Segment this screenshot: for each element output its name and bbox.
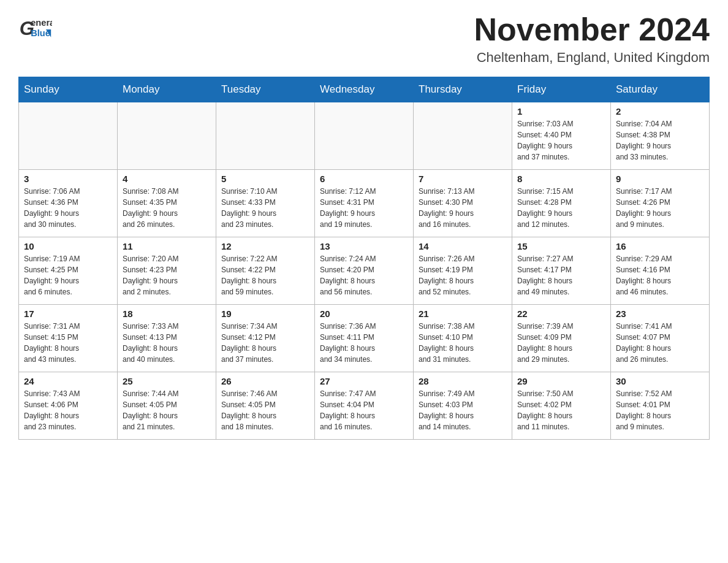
calendar-week-1: 1Sunrise: 7:03 AM Sunset: 4:40 PM Daylig… [19, 102, 710, 170]
calendar-cell: 17Sunrise: 7:31 AM Sunset: 4:15 PM Dayli… [19, 305, 118, 372]
day-info: Sunrise: 7:06 AM Sunset: 4:36 PM Dayligh… [24, 186, 112, 230]
calendar-week-5: 24Sunrise: 7:43 AM Sunset: 4:06 PM Dayli… [19, 372, 710, 440]
day-number: 20 [320, 308, 408, 319]
day-number: 10 [24, 241, 112, 251]
day-info: Sunrise: 7:10 AM Sunset: 4:33 PM Dayligh… [221, 186, 309, 230]
calendar-cell: 13Sunrise: 7:24 AM Sunset: 4:20 PM Dayli… [315, 237, 414, 305]
logo-svg: G eneral Blue [18, 12, 52, 46]
day-number: 4 [123, 174, 211, 184]
day-number: 2 [616, 106, 704, 117]
day-number: 8 [517, 174, 605, 184]
calendar-cell: 4Sunrise: 7:08 AM Sunset: 4:35 PM Daylig… [118, 170, 216, 237]
day-number: 28 [419, 376, 507, 386]
day-number: 29 [517, 376, 605, 386]
header-tuesday: Tuesday [216, 77, 315, 102]
day-info: Sunrise: 7:50 AM Sunset: 4:02 PM Dayligh… [517, 388, 605, 432]
header-saturday: Saturday [611, 77, 710, 102]
header-monday: Monday [118, 77, 216, 102]
calendar-header-row: SundayMondayTuesdayWednesdayThursdayFrid… [19, 77, 710, 102]
calendar-cell: 22Sunrise: 7:39 AM Sunset: 4:09 PM Dayli… [512, 305, 611, 372]
day-info: Sunrise: 7:41 AM Sunset: 4:07 PM Dayligh… [616, 321, 704, 365]
day-info: Sunrise: 7:26 AM Sunset: 4:19 PM Dayligh… [419, 253, 507, 297]
day-info: Sunrise: 7:27 AM Sunset: 4:17 PM Dayligh… [517, 253, 605, 297]
day-info: Sunrise: 7:52 AM Sunset: 4:01 PM Dayligh… [616, 388, 704, 432]
day-number: 17 [24, 308, 112, 319]
day-number: 1 [517, 106, 605, 117]
day-info: Sunrise: 7:44 AM Sunset: 4:05 PM Dayligh… [123, 388, 211, 432]
day-info: Sunrise: 7:31 AM Sunset: 4:15 PM Dayligh… [24, 321, 112, 365]
calendar-cell [315, 102, 414, 170]
calendar-cell: 29Sunrise: 7:50 AM Sunset: 4:02 PM Dayli… [512, 372, 611, 440]
calendar-cell: 20Sunrise: 7:36 AM Sunset: 4:11 PM Dayli… [315, 305, 414, 372]
day-number: 18 [123, 308, 211, 319]
calendar-week-4: 17Sunrise: 7:31 AM Sunset: 4:15 PM Dayli… [19, 305, 710, 372]
header-thursday: Thursday [414, 77, 512, 102]
day-number: 12 [221, 241, 309, 251]
calendar-cell: 25Sunrise: 7:44 AM Sunset: 4:05 PM Dayli… [118, 372, 216, 440]
calendar-week-2: 3Sunrise: 7:06 AM Sunset: 4:36 PM Daylig… [19, 170, 710, 237]
month-title: November 2024 [474, 12, 710, 47]
calendar-cell: 24Sunrise: 7:43 AM Sunset: 4:06 PM Dayli… [19, 372, 118, 440]
header-sunday: Sunday [19, 77, 118, 102]
day-info: Sunrise: 7:43 AM Sunset: 4:06 PM Dayligh… [24, 388, 112, 432]
calendar-cell: 5Sunrise: 7:10 AM Sunset: 4:33 PM Daylig… [216, 170, 315, 237]
calendar-cell: 6Sunrise: 7:12 AM Sunset: 4:31 PM Daylig… [315, 170, 414, 237]
day-info: Sunrise: 7:47 AM Sunset: 4:04 PM Dayligh… [320, 388, 408, 432]
calendar-cell: 15Sunrise: 7:27 AM Sunset: 4:17 PM Dayli… [512, 237, 611, 305]
calendar-cell: 9Sunrise: 7:17 AM Sunset: 4:26 PM Daylig… [611, 170, 710, 237]
day-number: 7 [419, 174, 507, 184]
calendar-cell: 21Sunrise: 7:38 AM Sunset: 4:10 PM Dayli… [414, 305, 512, 372]
calendar-cell: 18Sunrise: 7:33 AM Sunset: 4:13 PM Dayli… [118, 305, 216, 372]
calendar-cell: 19Sunrise: 7:34 AM Sunset: 4:12 PM Dayli… [216, 305, 315, 372]
location: Cheltenham, England, United Kingdom [474, 50, 710, 66]
day-info: Sunrise: 7:08 AM Sunset: 4:35 PM Dayligh… [123, 186, 211, 230]
day-number: 11 [123, 241, 211, 251]
calendar-cell: 1Sunrise: 7:03 AM Sunset: 4:40 PM Daylig… [512, 102, 611, 170]
day-info: Sunrise: 7:13 AM Sunset: 4:30 PM Dayligh… [419, 186, 507, 230]
day-number: 22 [517, 308, 605, 319]
day-number: 27 [320, 376, 408, 386]
title-area: November 2024 Cheltenham, England, Unite… [474, 12, 710, 66]
day-info: Sunrise: 7:38 AM Sunset: 4:10 PM Dayligh… [419, 321, 507, 365]
calendar-cell [216, 102, 315, 170]
header-friday: Friday [512, 77, 611, 102]
calendar-cell: 28Sunrise: 7:49 AM Sunset: 4:03 PM Dayli… [414, 372, 512, 440]
day-info: Sunrise: 7:03 AM Sunset: 4:40 PM Dayligh… [517, 118, 605, 163]
day-number: 21 [419, 308, 507, 319]
day-info: Sunrise: 7:49 AM Sunset: 4:03 PM Dayligh… [419, 388, 507, 432]
day-info: Sunrise: 7:36 AM Sunset: 4:11 PM Dayligh… [320, 321, 408, 365]
day-number: 30 [616, 376, 704, 386]
calendar-cell: 30Sunrise: 7:52 AM Sunset: 4:01 PM Dayli… [611, 372, 710, 440]
day-info: Sunrise: 7:29 AM Sunset: 4:16 PM Dayligh… [616, 253, 704, 297]
day-info: Sunrise: 7:24 AM Sunset: 4:20 PM Dayligh… [320, 253, 408, 297]
day-info: Sunrise: 7:20 AM Sunset: 4:23 PM Dayligh… [123, 253, 211, 297]
day-number: 5 [221, 174, 309, 184]
calendar-cell: 27Sunrise: 7:47 AM Sunset: 4:04 PM Dayli… [315, 372, 414, 440]
day-number: 6 [320, 174, 408, 184]
calendar-cell: 23Sunrise: 7:41 AM Sunset: 4:07 PM Dayli… [611, 305, 710, 372]
calendar-cell: 2Sunrise: 7:04 AM Sunset: 4:38 PM Daylig… [611, 102, 710, 170]
day-info: Sunrise: 7:12 AM Sunset: 4:31 PM Dayligh… [320, 186, 408, 230]
day-info: Sunrise: 7:04 AM Sunset: 4:38 PM Dayligh… [616, 118, 704, 163]
day-number: 26 [221, 376, 309, 386]
calendar-cell [414, 102, 512, 170]
day-number: 16 [616, 241, 704, 251]
day-number: 14 [419, 241, 507, 251]
calendar-table: SundayMondayTuesdayWednesdayThursdayFrid… [18, 77, 710, 440]
calendar-week-3: 10Sunrise: 7:19 AM Sunset: 4:25 PM Dayli… [19, 237, 710, 305]
day-info: Sunrise: 7:17 AM Sunset: 4:26 PM Dayligh… [616, 186, 704, 230]
day-info: Sunrise: 7:39 AM Sunset: 4:09 PM Dayligh… [517, 321, 605, 365]
day-info: Sunrise: 7:22 AM Sunset: 4:22 PM Dayligh… [221, 253, 309, 297]
day-number: 15 [517, 241, 605, 251]
day-number: 9 [616, 174, 704, 184]
calendar-cell: 3Sunrise: 7:06 AM Sunset: 4:36 PM Daylig… [19, 170, 118, 237]
day-number: 23 [616, 308, 704, 319]
day-number: 19 [221, 308, 309, 319]
day-number: 13 [320, 241, 408, 251]
header-wednesday: Wednesday [315, 77, 414, 102]
calendar-cell [118, 102, 216, 170]
calendar-cell: 7Sunrise: 7:13 AM Sunset: 4:30 PM Daylig… [414, 170, 512, 237]
day-number: 25 [123, 376, 211, 386]
svg-text:eneral: eneral [31, 18, 52, 28]
logo-area: G eneral Blue [18, 12, 52, 46]
